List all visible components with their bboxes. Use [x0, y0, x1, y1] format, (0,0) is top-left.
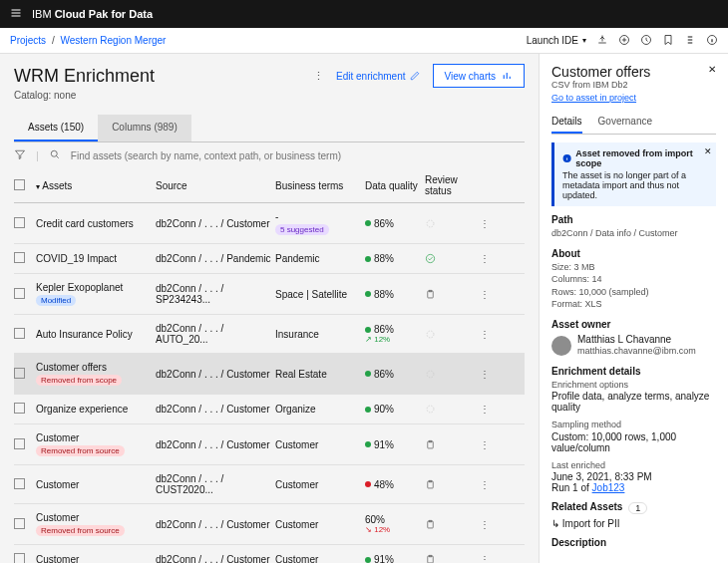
- asset-name: Organize experience: [36, 404, 156, 415]
- row-checkbox[interactable]: [14, 252, 25, 263]
- source-value: db2Conn / . . . / Customer: [156, 369, 275, 380]
- col-review-status[interactable]: Review status: [425, 174, 480, 196]
- close-icon[interactable]: ✕: [708, 64, 716, 75]
- row-overflow-menu[interactable]: ⋮: [480, 253, 494, 264]
- row-overflow-menu[interactable]: ⋮: [480, 439, 494, 450]
- status-badge: Removed from scope: [36, 375, 122, 386]
- row-checkbox[interactable]: [14, 553, 25, 563]
- row-overflow-menu[interactable]: ⋮: [480, 519, 494, 530]
- tab-assets[interactable]: Assets (150): [14, 115, 98, 141]
- goto-asset-link[interactable]: Go to asset in project: [551, 93, 650, 103]
- quality-value: 88%: [374, 289, 394, 300]
- svg-point-3: [51, 150, 57, 156]
- table-row[interactable]: Organize experience db2Conn / . . . / Cu…: [14, 395, 525, 424]
- asset-name: Customer: [36, 512, 156, 523]
- breadcrumb: Projects / Western Region Merger: [10, 35, 166, 46]
- source-value: db2Conn / . . . / Customer: [156, 439, 275, 450]
- asset-name: Auto Insurance Policy: [36, 329, 156, 340]
- overflow-menu[interactable]: ⋮: [313, 70, 324, 83]
- review-status: [425, 439, 480, 450]
- business-term: Customer: [275, 519, 365, 530]
- status-badge: Removed from source: [36, 525, 125, 536]
- business-term: Insurance: [275, 329, 365, 340]
- quality-dot: [365, 407, 371, 413]
- select-all-checkbox[interactable]: [14, 179, 25, 190]
- size-value: Size: 3 MB: [551, 261, 716, 274]
- quality-value: 86%: [374, 369, 394, 380]
- business-term: Customer: [275, 439, 365, 450]
- filter-icon[interactable]: [14, 148, 26, 162]
- close-icon[interactable]: ✕: [704, 146, 712, 156]
- edit-enrichment-button[interactable]: Edit enrichment: [336, 70, 421, 82]
- menu-icon[interactable]: [10, 7, 22, 21]
- format-value: Format: XLS: [551, 298, 716, 311]
- row-overflow-menu[interactable]: ⋮: [480, 479, 494, 490]
- bookmark-icon[interactable]: [662, 34, 674, 48]
- row-overflow-menu[interactable]: ⋮: [480, 329, 494, 340]
- col-assets[interactable]: Assets: [42, 180, 72, 191]
- row-checkbox[interactable]: [14, 288, 25, 299]
- row-overflow-menu[interactable]: ⋮: [480, 218, 494, 229]
- row-overflow-menu[interactable]: ⋮: [480, 404, 494, 415]
- review-status: [425, 369, 480, 380]
- source-value: db2Conn / . . . / Customer: [156, 519, 275, 530]
- path-value: db2Conn / Data info / Customer: [551, 227, 716, 240]
- svg-point-7: [427, 331, 434, 338]
- info-icon[interactable]: [706, 34, 718, 48]
- related-item[interactable]: ↳ Import for PII: [551, 518, 716, 529]
- col-data-quality[interactable]: Data quality: [365, 180, 425, 191]
- row-checkbox[interactable]: [14, 217, 25, 228]
- asset-name: Customer: [36, 432, 156, 443]
- row-overflow-menu[interactable]: ⋮: [480, 554, 494, 563]
- svg-point-4: [427, 220, 434, 227]
- table-row[interactable]: Customer offersRemoved from scope db2Con…: [14, 354, 525, 395]
- settings-icon[interactable]: [684, 34, 696, 48]
- breadcrumb-project-name[interactable]: Western Region Merger: [60, 35, 166, 46]
- review-status: [425, 253, 480, 264]
- tab-columns[interactable]: Columns (989): [98, 115, 191, 141]
- sampling-label: Sampling method: [551, 419, 716, 431]
- quality-value: 60%: [365, 514, 385, 525]
- table-row[interactable]: Customer db2Conn / . . . / Customer Cust…: [14, 545, 525, 563]
- notice-body: The asset is no longer part of a metadat…: [562, 170, 710, 200]
- export-icon[interactable]: [596, 34, 608, 48]
- sort-icon[interactable]: ▾: [36, 182, 40, 191]
- review-status: [425, 554, 480, 563]
- launch-ide-button[interactable]: Launch IDE ▾: [527, 35, 586, 46]
- tab-governance[interactable]: Governance: [598, 111, 652, 134]
- row-checkbox[interactable]: [14, 328, 25, 339]
- source-value: db2Conn / . . . / Customer: [156, 218, 275, 229]
- review-status: [425, 218, 480, 229]
- quality-dot: [365, 256, 371, 262]
- row-checkbox[interactable]: [14, 368, 25, 379]
- table-row[interactable]: CustomerRemoved from source db2Conn / . …: [14, 424, 525, 465]
- row-checkbox[interactable]: [14, 403, 25, 414]
- source-value: db2Conn / . . . / SP234243...: [156, 283, 275, 305]
- view-charts-button[interactable]: View charts: [433, 64, 525, 88]
- table-row[interactable]: Auto Insurance Policy db2Conn / . . . / …: [14, 315, 525, 354]
- source-value: db2Conn / . . . / Customer: [156, 554, 275, 563]
- last-enriched-label: Last enriched: [551, 459, 716, 472]
- last-enriched-value: June 3, 2021, 8:33 PM: [551, 471, 716, 482]
- table-row[interactable]: Credit card customers db2Conn / . . . / …: [14, 203, 525, 244]
- row-overflow-menu[interactable]: ⋮: [480, 289, 494, 300]
- table-row[interactable]: Kepler ExopoplanetModified db2Conn / . .…: [14, 274, 525, 315]
- row-checkbox[interactable]: [14, 438, 25, 449]
- breadcrumb-projects[interactable]: Projects: [10, 35, 46, 46]
- col-source[interactable]: Source: [156, 180, 275, 191]
- search-input[interactable]: [71, 150, 525, 161]
- row-checkbox[interactable]: [14, 478, 25, 489]
- row-checkbox[interactable]: [14, 518, 25, 529]
- row-overflow-menu[interactable]: ⋮: [480, 369, 494, 380]
- tab-details[interactable]: Details: [551, 111, 582, 134]
- owner-email: matthias.chavanne@ibm.com: [577, 345, 696, 358]
- columns-value: Columns: 14: [551, 273, 716, 286]
- add-icon[interactable]: [618, 34, 630, 48]
- history-icon[interactable]: [640, 34, 652, 48]
- table-row[interactable]: Customer db2Conn / . . . / CUST2020... C…: [14, 465, 525, 504]
- global-header: IBM Cloud Pak for Data: [0, 0, 728, 28]
- table-row[interactable]: CustomerRemoved from source db2Conn / . …: [14, 504, 525, 545]
- job-link[interactable]: Job123: [592, 482, 625, 493]
- table-row[interactable]: COVID_19 Impact db2Conn / . . . / Pandem…: [14, 244, 525, 274]
- col-business-terms[interactable]: Business terms: [275, 180, 365, 191]
